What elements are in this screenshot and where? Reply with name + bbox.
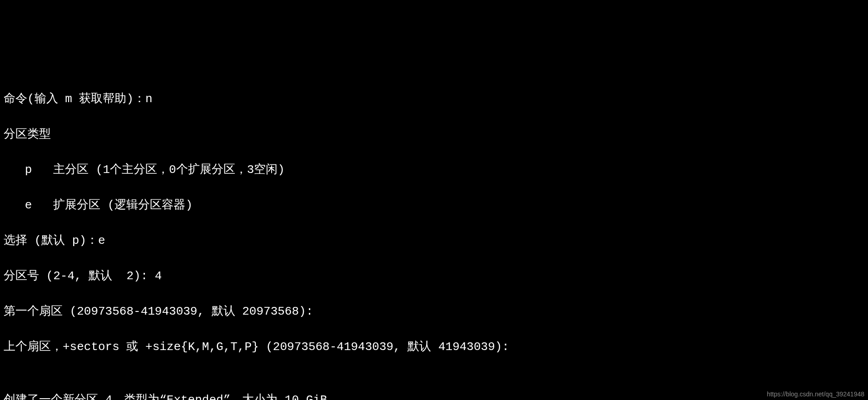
terminal-line: 选择 (默认 p)：e — [4, 232, 864, 250]
terminal-line: e 扩展分区 (逻辑分区容器) — [4, 197, 864, 214]
terminal-line: 上个扇区，+sectors 或 +size{K,M,G,T,P} (209735… — [4, 338, 864, 356]
terminal-line: 分区类型 — [4, 126, 864, 143]
terminal-line: 命令(输入 m 获取帮助)：n — [4, 90, 864, 108]
terminal-line: 创建了一个新分区 4，类型为“Extended”，大小为 10 GiB。 — [4, 391, 864, 400]
terminal-output: 命令(输入 m 获取帮助)：n 分区类型 p 主分区 (1个主分区，0个扩展分区… — [4, 73, 864, 400]
terminal-line: 分区号 (2-4, 默认 2): 4 — [4, 267, 864, 285]
watermark-text: https://blog.csdn.net/qq_39241948 — [767, 390, 864, 399]
terminal-line: p 主分区 (1个主分区，0个扩展分区，3空闲) — [4, 161, 864, 179]
terminal-line: 第一个扇区 (20973568-41943039, 默认 20973568): — [4, 303, 864, 321]
